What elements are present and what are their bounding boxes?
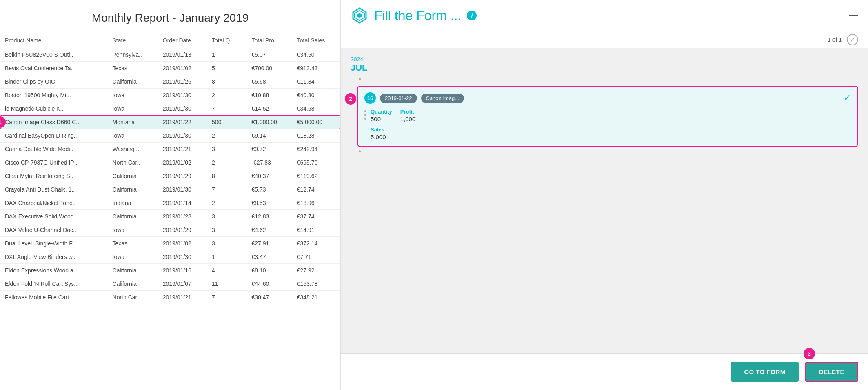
go-to-form-button[interactable]: GO TO FORM <box>731 362 798 382</box>
dot-2 <box>364 114 366 116</box>
dot-below <box>359 150 361 152</box>
menu-icon[interactable] <box>849 13 858 18</box>
step3-badge: 3 <box>804 348 815 359</box>
table-row[interactable]: DAX Charcoal/Nickel-Tone..Indiana2019/01… <box>0 196 340 210</box>
month-label: JUL <box>351 62 858 73</box>
menu-line-3 <box>849 18 858 18</box>
record-fields-area: Quantity 500 Profit 1,000 Sales 5,000 <box>364 109 851 140</box>
pagination-check[interactable]: ✓ <box>847 34 858 45</box>
col-product-name: Product Name <box>0 33 108 48</box>
table-row[interactable]: DAX Value U-Channel Doc..Iowa2019/01/293… <box>0 223 340 237</box>
page-text: 1 of 1 <box>828 36 842 43</box>
right-panel: Fill the Form ... i 1 of 1 ✓ 2024 JUL 2 <box>341 0 868 390</box>
record-header: 16 2019-01-22 Canon Imag... ✓ <box>364 92 851 104</box>
quantity-value: 500 <box>371 116 392 123</box>
profit-label: Profit <box>400 109 422 115</box>
table-row[interactable]: Cisco CP-7937G Unified IP ..North Car..2… <box>0 156 340 169</box>
table-row[interactable]: Eldon Expressions Wood a..California2019… <box>0 264 340 277</box>
step1-badge: 1 <box>0 116 6 128</box>
dots-col <box>364 109 366 140</box>
col-total-profit: Total Pro.. <box>246 33 292 48</box>
record-card: 16 2019-01-22 Canon Imag... ✓ Quantity <box>357 86 858 147</box>
sales-field: Sales 5,000 <box>371 127 392 140</box>
logo-icon <box>351 7 369 25</box>
col-state: State <box>108 33 158 48</box>
menu-line-2 <box>849 15 858 16</box>
date-header: 2024 JUL <box>351 56 858 73</box>
table-row[interactable]: Boston 19500 Mighty Mit..Iowa2019/01/302… <box>0 89 340 102</box>
table-row[interactable]: Eldon Fold 'N Roll Cart Sys..California2… <box>0 277 340 291</box>
record-fields: Quantity 500 Profit 1,000 Sales 5,000 <box>369 109 422 140</box>
left-panel: Monthly Report - January 2019 Product Na… <box>0 0 341 390</box>
profit-field: Profit 1,000 <box>400 109 422 123</box>
date-tag: 2019-01-22 <box>380 94 417 103</box>
table-row[interactable]: Crayola Anti Dust Chalk, 1..California20… <box>0 183 340 196</box>
table-row[interactable]: Cardinal EasyOpen D-Ring..Iowa2019/01/30… <box>0 129 340 143</box>
record-check-icon: ✓ <box>844 93 851 103</box>
bottom-bar: 3 GO TO FORM DELETE <box>341 353 868 390</box>
record-number: 16 <box>364 92 376 104</box>
quantity-field: Quantity 500 <box>371 109 392 123</box>
quantity-label: Quantity <box>371 109 392 115</box>
dot-3 <box>364 118 366 120</box>
delete-button[interactable]: DELETE <box>805 362 858 382</box>
form-content: 2024 JUL 2 16 2019-01-22 Canon Imag... ✓ <box>341 48 868 353</box>
table-row[interactable]: Belkin F5U826V00 S Outl..Pennsylva..2019… <box>0 48 340 62</box>
col-total-qty: Total Q.. <box>207 33 246 48</box>
dot-above <box>359 78 361 80</box>
table-row[interactable]: Carina Double Wide Medi..Washingt..2019/… <box>0 143 340 156</box>
report-title: Monthly Report - January 2019 <box>0 0 340 33</box>
table-row[interactable]: Dual Level, Single-Width F..Texas2019/01… <box>0 237 340 250</box>
svg-marker-2 <box>357 13 362 18</box>
name-tag: Canon Imag... <box>421 94 464 103</box>
table-row[interactable]: le Magnetic Cubicle K..Iowa2019/01/307€1… <box>0 102 340 116</box>
col-order-date: Order Date <box>158 33 207 48</box>
table-row[interactable]: Clear Mylar Reinforcing S..California201… <box>0 169 340 183</box>
info-icon[interactable]: i <box>467 11 477 20</box>
right-header: Fill the Form ... i <box>341 0 868 31</box>
profit-value: 1,000 <box>400 116 422 123</box>
table-row[interactable]: Fellowes Mobile File Cart, ..North Car..… <box>0 291 340 304</box>
form-title: Fill the Form ... <box>374 8 461 23</box>
dot-1 <box>364 110 366 112</box>
table-row[interactable]: Bevis Oval Conference Ta..Texas2019/01/0… <box>0 62 340 75</box>
table-row[interactable]: DAX Executive Solid Wood..California2019… <box>0 210 340 223</box>
year-label: 2024 <box>351 56 858 62</box>
header-left: Fill the Form ... i <box>351 7 477 25</box>
table-container: Product Name State Order Date Total Q.. … <box>0 33 340 390</box>
data-table: Product Name State Order Date Total Q.. … <box>0 33 340 304</box>
pagination-area: 1 of 1 ✓ <box>341 31 868 48</box>
menu-line-1 <box>849 13 858 13</box>
sales-value: 5,000 <box>371 134 392 140</box>
col-total-sales: Total Sales <box>292 33 340 48</box>
sales-label: Sales <box>371 127 392 133</box>
table-row[interactable]: Canon Image Class D660 C..1Montana2019/0… <box>0 116 340 129</box>
table-row[interactable]: Binder Clips by OICCalifornia2019/01/268… <box>0 75 340 89</box>
step2-badge: 2 <box>345 93 356 105</box>
form-section-wrapper: 2 16 2019-01-22 Canon Imag... ✓ <box>351 86 858 147</box>
table-row[interactable]: DXL Angle-View Binders w..Iowa2019/01/30… <box>0 250 340 264</box>
